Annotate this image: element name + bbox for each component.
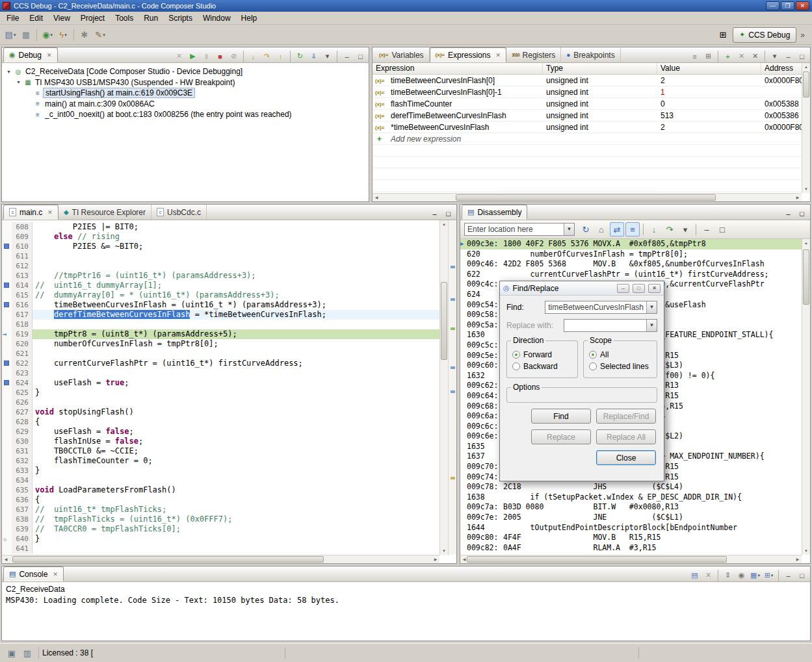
editor-state-icon[interactable]: ▥ [20, 646, 34, 660]
code-line[interactable]: 617 derefTimeBetweenCurvesInFlash = *tim… [2, 310, 439, 320]
restart-icon[interactable]: ↻ [294, 50, 306, 62]
code-line[interactable]: 630 flashInUse = false; [2, 437, 439, 446]
scrollbar-thumb[interactable] [456, 194, 716, 201]
annotation-mark[interactable] [451, 266, 455, 268]
show-logical-structure-icon[interactable]: ⊞ [702, 50, 714, 62]
maximize-icon[interactable]: □ [354, 50, 367, 62]
scroll-up-icon[interactable]: ▲ [440, 220, 448, 228]
minimize-icon[interactable]: – [428, 207, 441, 220]
menu-help[interactable]: Help [236, 12, 263, 24]
debug-tree-item[interactable]: ▾▦TI MSP430 USB1/MSP430 (Suspended - HW … [2, 77, 369, 88]
code-line[interactable]: ◇640} [2, 534, 439, 544]
open-perspective-icon[interactable]: ⊞ [716, 28, 730, 42]
disassembly-line[interactable]: 009c80:4F4F MOV.B R15,R15 [460, 533, 802, 543]
display-selected-console-icon[interactable]: ▦▾ [749, 569, 761, 581]
replace-find-button[interactable]: Replace/Find [596, 409, 656, 424]
maximize-icon[interactable]: □ [442, 207, 454, 220]
code-line[interactable]: 614// uint16_t dummyArray[1]; [2, 281, 439, 290]
code-line[interactable]: 626 [2, 398, 439, 407]
scrollbar-thumb[interactable] [467, 556, 727, 563]
view-menu-icon[interactable]: ▾ [768, 50, 781, 62]
column-address[interactable]: Address [761, 63, 802, 74]
editor-overview-ruler[interactable] [448, 220, 456, 555]
disassembly-line[interactable]: 1638 if (tSetupPacket.wIndex & EP_DESC_A… [460, 492, 802, 503]
annotation-mark[interactable] [451, 327, 455, 330]
expression-row[interactable]: (x)=flashTimeCounterunsigned int00x00538… [373, 98, 802, 110]
tree-expander-icon[interactable]: ▾ [14, 79, 23, 85]
code-line[interactable]: 620 numberOfCurvesInFlash = tmpPtr8[0]; [2, 339, 439, 349]
disassembly-line[interactable]: 1644 tOutputEndPointDescriptorBlock[bEnd… [460, 523, 802, 533]
disassembly-vertical-scrollbar[interactable]: ▲ ▼ [802, 239, 810, 555]
disconnect-icon[interactable]: ⊘ [228, 50, 240, 62]
save-icon[interactable]: ▦ [19, 28, 33, 42]
tab-breakpoints[interactable]: ● Breakpoints [561, 47, 620, 62]
disassembly-line[interactable]: 009c7a:B03D 0080 BIT.W #0x0080,R13 [460, 502, 802, 513]
scrollbar-thumb[interactable] [441, 282, 447, 360]
tab-registers[interactable]: 1010 Registers [506, 47, 561, 62]
minimize-icon[interactable]: – [782, 207, 794, 220]
link-with-debug-icon[interactable]: ⇄ [610, 222, 624, 236]
fast-view-icon[interactable]: ▣ [5, 646, 19, 660]
code-line[interactable]: 611 [2, 251, 439, 261]
code-line[interactable]: 634 [2, 476, 439, 485]
scroll-right-icon[interactable]: ▶ [432, 555, 439, 563]
debug-tree-item[interactable]: ▾◎C2_ReceiveData [Code Composer Studio -… [2, 66, 369, 77]
new-target-config-icon[interactable]: ✱ [77, 28, 92, 42]
replace-button[interactable]: Replace [531, 429, 591, 444]
maximize-icon[interactable]: □ [796, 50, 808, 62]
close-button[interactable]: Close [596, 450, 656, 465]
step-into-icon[interactable]: ↓ [247, 50, 259, 62]
scrollbar-thumb[interactable] [803, 71, 809, 97]
add-expression-icon[interactable]: + [722, 50, 734, 62]
minimize-button[interactable]: – [617, 284, 629, 293]
tab-variables[interactable]: (x)= Variables [374, 47, 430, 62]
radio-all[interactable]: All [589, 350, 651, 359]
radio-forward[interactable]: Forward [512, 350, 572, 359]
show-type-names-icon[interactable]: ≡ [688, 50, 701, 62]
debug-tree-item[interactable]: ≡main() at main.c:309 0x0086AC [2, 99, 369, 110]
perspective-overflow-chevron[interactable]: » [798, 31, 807, 40]
dialog-title-bar[interactable]: ◎ Find/Replace – □ ✕ [500, 281, 664, 296]
add-new-expression[interactable]: + Add new expression [373, 133, 802, 145]
scroll-left-icon[interactable]: ◀ [2, 555, 10, 563]
code-line[interactable]: 612 [2, 261, 439, 271]
scroll-up-icon[interactable]: ▲ [802, 239, 810, 247]
step-over-icon[interactable]: ↷ [261, 50, 273, 62]
remove-all-expressions-icon[interactable]: ✕ [749, 50, 761, 62]
code-line[interactable]: 618 [2, 320, 439, 329]
expression-row[interactable]: (x)=timeBetweenCurvesInFlash[0]unsigned … [373, 75, 802, 86]
code-line[interactable]: 622 currentCurveFlashPtr = (uint16_t*) f… [2, 359, 439, 368]
code-line[interactable]: 632 flashTimeCounter = 0; [2, 456, 439, 466]
scroll-up-icon[interactable]: ▲ [802, 63, 810, 71]
code-line[interactable]: 621 [2, 349, 439, 359]
disassembly-line[interactable]: 009c46:42D2 F805 5368 MOV.B &0xf805,&num… [460, 259, 802, 270]
code-editor[interactable]: 608 P2IES |= BIT0;609 else // rising610 … [2, 220, 439, 555]
scroll-left-icon[interactable]: ◀ [373, 194, 380, 201]
close-icon[interactable]: ✕ [47, 209, 53, 216]
minimize-icon[interactable]: – [782, 50, 794, 62]
replace-all-button[interactable]: Replace All [596, 429, 656, 444]
chevron-down-icon[interactable]: ▼ [646, 301, 657, 313]
menu-run[interactable]: Run [138, 12, 163, 24]
code-line[interactable]: 627void stopUsingFlash() [2, 407, 439, 417]
code-line[interactable]: 625} [2, 388, 439, 398]
expression-row[interactable]: (x)=*timeBetweenCurvesInFlashunsigned in… [373, 121, 802, 133]
code-line[interactable]: 635void LoadParametersFromFlash() [2, 485, 439, 495]
menu-edit[interactable]: Edit [24, 12, 48, 24]
maximize-icon[interactable]: □ [796, 207, 808, 220]
disasm-menu-icon[interactable]: ▾ [678, 222, 692, 236]
flash-icon[interactable]: ϟ▾ [56, 28, 70, 42]
menu-project[interactable]: Project [75, 12, 110, 24]
annotation-mark[interactable] [451, 298, 455, 301]
tab-usbcdc-c[interactable]: c UsbCdc.c [151, 205, 207, 220]
scroll-down-icon[interactable]: ▼ [440, 547, 448, 555]
column-type[interactable]: Type [543, 63, 657, 74]
close-icon[interactable]: ✕ [495, 52, 501, 58]
tab-main-c[interactable]: c main.c ✕ [3, 205, 59, 220]
scroll-right-icon[interactable]: ▶ [794, 555, 802, 563]
scrollbar-thumb[interactable] [12, 556, 324, 563]
find-input[interactable]: timeBetweenCurvesInFlash ▼ [545, 301, 657, 314]
expressions-horizontal-scrollbar[interactable]: ◀ ▶ [373, 193, 802, 201]
code-line[interactable]: 623 [2, 368, 439, 378]
debug-tree-item[interactable]: ≡startUsingFlash() at main.c:619 0x009C3… [2, 88, 369, 99]
